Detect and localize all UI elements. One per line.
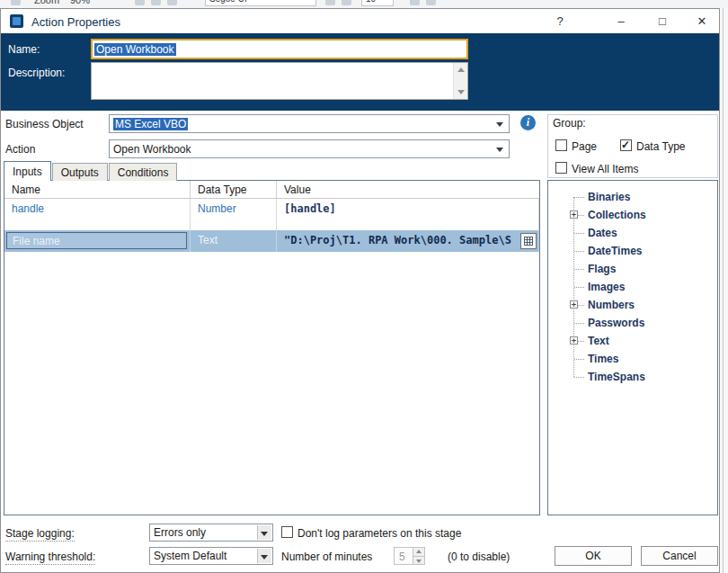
tree-item-label: Collections — [588, 209, 646, 221]
stage-logging-select[interactable]: Errors only — [149, 524, 273, 542]
name-cell-input[interactable]: File name — [6, 232, 187, 249]
tree-item-images[interactable]: Images — [548, 278, 717, 296]
toolbar-icon — [410, 0, 420, 5]
background-right-strip — [720, 8, 728, 573]
column-header-datatype[interactable]: Data Type — [191, 181, 277, 198]
action-properties-dialog: Action Properties ? – □ ✕ Name: Open Wor… — [0, 8, 720, 573]
inputs-table: Name Data Type Value handle Number [hand… — [4, 180, 540, 515]
cell-name[interactable]: handle — [4, 199, 191, 230]
data-type-checkbox[interactable] — [620, 139, 632, 151]
cell-value[interactable]: "D:\Proj\T1. RPA Work\000. Sample\S — [277, 230, 539, 252]
expand-icon[interactable] — [570, 336, 578, 345]
stage-logging-value: Errors only — [154, 526, 206, 539]
tab-conditions[interactable]: Conditions — [109, 163, 178, 181]
chevron-down-icon[interactable] — [257, 525, 271, 540]
tab-bar: Inputs Outputs Conditions — [4, 161, 178, 181]
toolbar-icon — [167, 0, 177, 5]
warning-threshold-select[interactable]: System Default — [149, 547, 273, 565]
minimize-button[interactable]: – — [603, 9, 639, 33]
close-button[interactable]: ✕ — [684, 9, 720, 33]
expand-icon[interactable] — [570, 210, 578, 219]
zoom-value-fragment: 90% — [70, 0, 90, 5]
chevron-down-icon[interactable] — [257, 549, 271, 563]
data-type-checkbox-label: Data Type — [636, 140, 685, 153]
cell-value[interactable]: [handle] — [277, 199, 539, 230]
table-row[interactable]: handle Number [handle] — [4, 199, 539, 230]
scroll-down-icon[interactable] — [455, 85, 467, 98]
tree-item-datetimes[interactable]: DateTimes — [548, 242, 717, 260]
tree-item-label: Dates — [588, 227, 617, 239]
screen: Zoom 90% Segoe UI 10 Action Properties ?… — [0, 0, 728, 573]
minutes-value: 5 — [399, 551, 405, 563]
toolbar-icon — [135, 0, 145, 5]
page-checkbox[interactable] — [555, 139, 567, 151]
cell-name: File name — [4, 230, 191, 252]
tab-outputs[interactable]: Outputs — [52, 163, 108, 181]
business-object-select[interactable]: MS Excel VBO — [109, 114, 510, 133]
business-object-value: MS Excel VBO — [113, 118, 188, 130]
action-label: Action — [5, 143, 35, 156]
header-panel: Name: Open Workbook Description: — [1, 33, 719, 111]
table-row-selected[interactable]: File name Text "D:\Proj\T1. RPA Work\000… — [4, 230, 539, 252]
tree-item-label: Binaries — [588, 191, 630, 203]
titlebar: Action Properties ? – □ ✕ — [1, 9, 719, 33]
tree-item-label: Flags — [588, 263, 616, 275]
minutes-spinner[interactable]: 5 — [394, 547, 425, 565]
tree-item-dates[interactable]: Dates — [548, 224, 717, 242]
tree-item-label: Images — [588, 281, 625, 293]
action-select[interactable]: Open Workbook — [109, 139, 510, 158]
toolbar-icon — [325, 0, 335, 5]
column-header-name[interactable]: Name — [4, 181, 191, 198]
tree: Binaries Collections Dates DateTimes Fla… — [548, 188, 717, 386]
view-all-items-checkbox[interactable] — [555, 162, 567, 174]
app-icon — [10, 14, 23, 28]
page-checkbox-label: Page — [572, 140, 597, 153]
table-header: Name Data Type Value — [4, 181, 539, 199]
spinner-buttons[interactable] — [413, 548, 424, 564]
toolbar-icon — [342, 0, 351, 5]
font-name-fragment: Segoe UI — [205, 0, 316, 6]
description-scrollbar[interactable] — [453, 63, 467, 99]
warning-threshold-label: Warning threshold: — [5, 551, 95, 565]
cancel-button[interactable]: Cancel — [641, 546, 718, 566]
tree-item-label: Passwords — [588, 317, 644, 329]
description-input[interactable] — [91, 62, 468, 100]
tree-item-label: Text — [588, 335, 609, 347]
info-icon[interactable] — [520, 115, 536, 130]
expand-icon[interactable] — [570, 300, 578, 309]
scroll-up-icon[interactable] — [455, 64, 467, 76]
tree-item-binaries[interactable]: Binaries — [548, 188, 717, 206]
name-label: Name: — [8, 43, 40, 56]
ok-button[interactable]: OK — [555, 546, 632, 566]
stage-logging-label: Stage logging: — [5, 527, 75, 542]
dialog-title: Action Properties — [31, 15, 120, 29]
expression-editor-button[interactable] — [520, 233, 537, 249]
tree-item-collections[interactable]: Collections — [548, 206, 717, 224]
dont-log-checkbox[interactable] — [281, 526, 293, 538]
name-value: Open Workbook — [94, 43, 176, 56]
font-size-fragment: 10 — [361, 0, 394, 6]
tree-item-text[interactable]: Text — [548, 332, 717, 350]
group-label: Group: — [553, 117, 586, 130]
name-input[interactable]: Open Workbook — [91, 39, 468, 59]
zoom-label-fragment: Zoom — [34, 0, 59, 5]
tree-item-numbers[interactable]: Numbers — [548, 296, 717, 314]
tree-item-label: DateTimes — [588, 245, 642, 257]
column-header-value[interactable]: Value — [277, 181, 539, 198]
tree-item-times[interactable]: Times — [548, 350, 717, 368]
tab-inputs[interactable]: Inputs — [4, 161, 51, 181]
spin-down-icon[interactable] — [413, 556, 424, 565]
number-of-minutes-label: Number of minutes — [281, 551, 372, 563]
spin-up-icon[interactable] — [413, 548, 424, 556]
description-label: Description: — [8, 67, 65, 79]
cell-datatype: Number — [191, 199, 277, 230]
tree-item-flags[interactable]: Flags — [548, 260, 717, 278]
tree-item-passwords[interactable]: Passwords — [548, 314, 717, 332]
business-object-label: Business Object — [5, 118, 84, 130]
toolbar-icon — [151, 0, 161, 5]
maximize-button[interactable]: □ — [644, 9, 680, 33]
disable-hint: (0 to disable) — [448, 551, 510, 563]
tree-item-timespans[interactable]: TimeSpans — [548, 368, 717, 386]
help-button[interactable]: ? — [542, 9, 578, 33]
tree-item-label: TimeSpans — [588, 371, 645, 383]
